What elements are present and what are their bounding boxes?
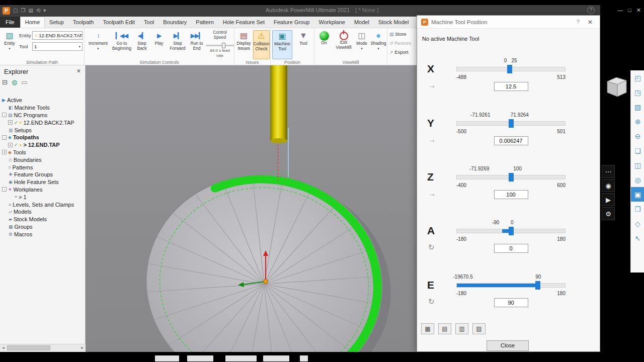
tab-pattern[interactable]: Pattern [191, 17, 218, 28]
increment-button[interactable]: ↕ Increment ▾ [87, 30, 110, 51]
tab-stock-model[interactable]: Stock Model [374, 17, 414, 28]
preset-button-4[interactable]: ▨ [472, 323, 486, 334]
tab-setup[interactable]: Setup [45, 17, 68, 28]
tab-hole-feature-set[interactable]: Hole Feature Set [218, 17, 269, 28]
slider-handle[interactable] [535, 281, 540, 290]
axis-z-slider[interactable] [456, 175, 566, 179]
expand-toggle-icon[interactable]: - [2, 187, 7, 192]
tree-item-toolpaths[interactable]: - ◈ Toolpaths [0, 134, 85, 141]
viewmill-shading-button[interactable]: ● Shading ▾ [370, 30, 386, 51]
help-icon[interactable]: ? [587, 7, 595, 14]
play-button[interactable]: ▶ Play [152, 30, 166, 46]
expand-toggle-icon[interactable]: + [8, 143, 13, 147]
machine-tool-button[interactable]: ▣ Machine Tool [272, 30, 292, 59]
open-icon[interactable]: ❐ [21, 7, 25, 15]
axis-y-value-input[interactable] [494, 136, 528, 145]
overflow-menu-icon[interactable]: ⋯ [602, 165, 615, 178]
cube-view-icon[interactable]: ▧ [631, 100, 644, 114]
tree-item-machine-tools[interactable]: ◧ Machine Tools [0, 104, 85, 112]
dialog-close-button[interactable]: Close [487, 340, 529, 351]
slider-handle[interactable] [507, 65, 512, 73]
zoom-in-icon[interactable]: ⊕ [631, 114, 644, 129]
quick-access-dropdown-icon[interactable]: ▾ [43, 7, 46, 15]
axis-y-slider[interactable] [456, 121, 566, 126]
explorer-close-icon[interactable]: ✕ [76, 68, 81, 74]
axis-a-slider[interactable] [456, 229, 566, 233]
scroll-right-icon[interactable]: ▸ [79, 344, 86, 351]
speed-slider-handle[interactable] [222, 43, 225, 48]
explorer-scrollbar[interactable]: ◂ ▸ [0, 344, 86, 351]
dialog-titlebar[interactable]: P Machine Tool Position ? ✕ [417, 16, 600, 29]
axis-z-value-input[interactable] [494, 190, 528, 199]
save-icon[interactable]: ▤ [28, 7, 33, 15]
tree-item-toolpath-child[interactable]: + ✓ ● > 12.END.TAP [0, 141, 85, 149]
tree-item-models[interactable]: ▱ Models [0, 208, 85, 216]
tab-toolpath-edit[interactable]: Toolpath Edit [98, 17, 139, 28]
tree-item-feature-groups[interactable]: ❖ Feature Groups [0, 171, 85, 178]
axis-a-value-input[interactable] [494, 244, 528, 253]
scroll-left-icon[interactable]: ◂ [0, 344, 7, 351]
axis-x-slider[interactable] [456, 67, 566, 71]
entity-dropdown[interactable]: ⚠ 12.END BACK2.TAP ▾ [32, 31, 83, 40]
tree-item-setups[interactable]: ▥ Setups [0, 126, 85, 134]
view-iso-icon[interactable]: ◳ [631, 85, 644, 100]
tool-dropdown[interactable]: 1 ▾ [32, 42, 83, 51]
viewmill-on-button[interactable]: On [316, 30, 332, 46]
zoom-search-icon[interactable]: ◎ [631, 172, 644, 187]
tree-item-nc-programs[interactable]: - ▤ NC Programs [0, 112, 85, 119]
preset-button-3[interactable]: ▥ [455, 323, 468, 334]
settings-gear-icon[interactable]: ⚙ [602, 207, 615, 220]
tree-item-hole-feature-sets[interactable]: ◉ Hole Feature Sets [0, 178, 85, 186]
tab-toolpath[interactable]: Toolpath [68, 17, 99, 28]
tree-item-macros[interactable]: ⚙ Macros [0, 230, 85, 238]
close-button[interactable]: ✕ [636, 7, 641, 14]
view-top-icon[interactable]: ◰ [631, 70, 644, 85]
display-issues-button[interactable]: ▤ Display Issues [235, 30, 252, 51]
tree-item-boundaries[interactable]: ◇ Boundaries [0, 156, 85, 163]
store-button[interactable]: ▤ Store [389, 31, 407, 37]
tree-list-icon[interactable]: ⊟ [2, 78, 8, 86]
tab-file[interactable]: File [0, 17, 20, 28]
expand-toggle-icon[interactable]: - [2, 113, 7, 117]
expand-toggle-icon[interactable]: + [2, 150, 7, 154]
expand-toggle-icon[interactable]: ▶ [2, 98, 6, 103]
slider-handle[interactable] [509, 119, 514, 128]
preset-button-2[interactable]: ▤ [438, 323, 451, 334]
go-to-beginning-button[interactable]: ▎◀◀ Go to Beginning [112, 30, 132, 51]
tree-item-stock-models[interactable]: ▰ Stock Models [0, 216, 85, 223]
powermill-logo[interactable]: P [3, 7, 10, 15]
tab-home[interactable]: Home [20, 17, 45, 28]
dialog-close-icon[interactable]: ✕ [588, 19, 593, 26]
tree-item-tools[interactable]: + ◆ Tools [0, 149, 85, 156]
position-tool-button[interactable]: ▼ Tool [294, 30, 313, 46]
preset-button-1[interactable]: ▦ [421, 323, 434, 334]
expand-toggle-icon[interactable]: + [8, 120, 13, 125]
page-icon[interactable]: ❏ [631, 143, 644, 158]
tab-boundary[interactable]: Boundary [158, 17, 191, 28]
axis-x-value-input[interactable] [494, 82, 528, 91]
tree-item-patterns[interactable]: ◊ Patterns [0, 163, 85, 171]
tree-item-nc-program-child[interactable]: + ✓ ● 12.END BACK2.TAP [0, 119, 85, 126]
viewmill-mode-button[interactable]: ◫ Mode ▾ [354, 30, 369, 51]
camera-icon[interactable]: ◉ [602, 179, 615, 192]
tree-item-workplanes[interactable]: - ✦ Workplanes [0, 186, 85, 194]
record-icon[interactable]: ▶ [602, 193, 615, 206]
undo-icon[interactable]: ⟲ [36, 7, 40, 15]
tree-item-groups[interactable]: ▦ Groups [0, 223, 85, 231]
copy-view-icon[interactable]: ❐ [631, 202, 644, 216]
axis-e-value-input[interactable] [494, 298, 528, 307]
tree-item-levels-sets-clamps[interactable]: ≡ Levels, Sets and Clamps [0, 201, 85, 208]
dialog-help-icon[interactable]: ? [577, 19, 580, 25]
tab-workplane[interactable]: Workplane [314, 17, 349, 28]
slider-handle[interactable] [509, 227, 514, 235]
exit-viewmill-button[interactable]: Exit ViewMill [334, 30, 353, 50]
tree-item-active[interactable]: ▶ Active [0, 97, 85, 104]
run-to-end-button[interactable]: ▶▶▎ Run to End [188, 30, 205, 51]
entity-menu-button[interactable]: ▧ Entity ▾ [2, 30, 17, 51]
shaded-view-icon[interactable]: ▣ [631, 187, 644, 202]
minimize-button[interactable]: — [617, 7, 623, 14]
speed-slider[interactable] [206, 45, 234, 46]
multi-window-icon[interactable]: ◫ [631, 158, 644, 172]
wireframe-view-icon[interactable]: ◇ [631, 216, 644, 231]
select-cursor-icon[interactable]: ↖ [631, 231, 644, 245]
